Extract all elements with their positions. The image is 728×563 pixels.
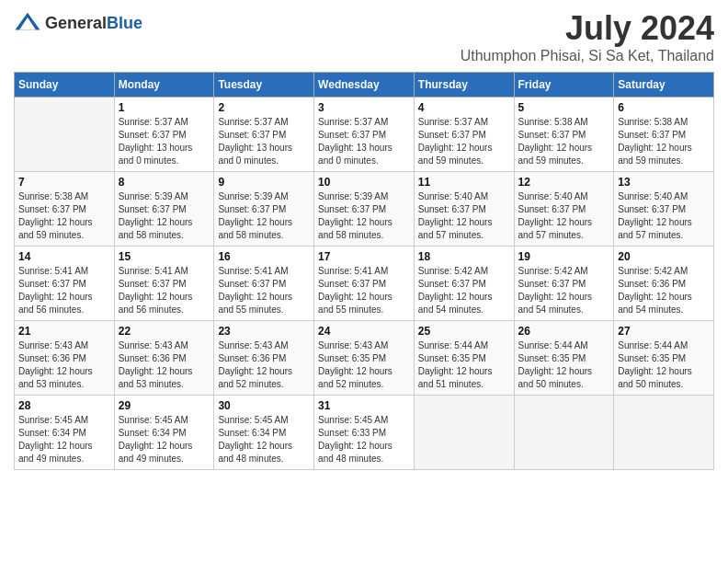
calendar-cell: 12 Sunrise: 5:40 AMSunset: 6:37 PMDaylig… [514, 172, 614, 247]
day-number: 4 [418, 101, 510, 114]
calendar-cell: 15 Sunrise: 5:41 AMSunset: 6:37 PMDaylig… [114, 247, 214, 321]
calendar-cell: 3 Sunrise: 5:37 AMSunset: 6:37 PMDayligh… [314, 98, 415, 172]
day-number: 20 [618, 250, 710, 263]
day-detail: Sunrise: 5:39 AMSunset: 6:37 PMDaylight:… [218, 190, 310, 242]
calendar-cell: 20 Sunrise: 5:42 AMSunset: 6:36 PMDaylig… [614, 247, 714, 321]
day-number: 22 [119, 325, 210, 338]
day-detail: Sunrise: 5:40 AMSunset: 6:37 PMDaylight:… [618, 190, 710, 242]
calendar-cell: 30 Sunrise: 5:45 AMSunset: 6:34 PMDaylig… [214, 396, 314, 470]
calendar-cell: 16 Sunrise: 5:41 AMSunset: 6:37 PMDaylig… [214, 247, 314, 321]
day-number: 26 [518, 325, 610, 338]
calendar-cell: 10 Sunrise: 5:39 AMSunset: 6:37 PMDaylig… [314, 172, 415, 247]
day-number: 8 [119, 176, 210, 189]
calendar-cell: 18 Sunrise: 5:42 AMSunset: 6:37 PMDaylig… [414, 247, 514, 321]
day-detail: Sunrise: 5:37 AMSunset: 6:37 PMDaylight:… [318, 116, 410, 167]
day-number: 21 [18, 325, 110, 338]
logo-icon [14, 9, 41, 37]
day-detail: Sunrise: 5:40 AMSunset: 6:37 PMDaylight:… [418, 190, 510, 242]
day-detail: Sunrise: 5:45 AMSunset: 6:34 PMDaylight:… [218, 414, 310, 465]
week-row-3: 14 Sunrise: 5:41 AMSunset: 6:37 PMDaylig… [15, 247, 714, 321]
day-number: 14 [18, 250, 110, 263]
day-number: 23 [218, 325, 310, 338]
day-detail: Sunrise: 5:45 AMSunset: 6:34 PMDaylight:… [18, 414, 110, 465]
day-detail: Sunrise: 5:41 AMSunset: 6:37 PMDaylight:… [218, 265, 310, 316]
day-detail: Sunrise: 5:43 AMSunset: 6:35 PMDaylight:… [318, 339, 410, 391]
header-monday: Monday [114, 73, 214, 98]
calendar-cell: 27 Sunrise: 5:44 AMSunset: 6:35 PMDaylig… [614, 321, 714, 396]
calendar-cell: 28 Sunrise: 5:45 AMSunset: 6:34 PMDaylig… [15, 396, 115, 470]
calendar-cell [514, 396, 614, 470]
day-number: 9 [218, 176, 310, 189]
calendar-cell: 29 Sunrise: 5:45 AMSunset: 6:34 PMDaylig… [114, 396, 214, 470]
title-block: July 2024 Uthumphon Phisai, Si Sa Ket, T… [461, 9, 714, 64]
day-detail: Sunrise: 5:37 AMSunset: 6:37 PMDaylight:… [119, 116, 210, 167]
calendar-cell: 13 Sunrise: 5:40 AMSunset: 6:37 PMDaylig… [614, 172, 714, 247]
calendar-cell [614, 396, 714, 470]
calendar-cell: 26 Sunrise: 5:44 AMSunset: 6:35 PMDaylig… [514, 321, 614, 396]
day-detail: Sunrise: 5:43 AMSunset: 6:36 PMDaylight:… [18, 339, 110, 391]
header-sunday: Sunday [15, 73, 115, 98]
day-detail: Sunrise: 5:37 AMSunset: 6:37 PMDaylight:… [218, 116, 310, 167]
day-detail: Sunrise: 5:39 AMSunset: 6:37 PMDaylight:… [318, 190, 410, 242]
week-row-2: 7 Sunrise: 5:38 AMSunset: 6:37 PMDayligh… [15, 172, 714, 247]
calendar-cell: 24 Sunrise: 5:43 AMSunset: 6:35 PMDaylig… [314, 321, 415, 396]
day-number: 16 [218, 250, 310, 263]
header-row: SundayMondayTuesdayWednesdayThursdayFrid… [15, 73, 714, 98]
day-detail: Sunrise: 5:45 AMSunset: 6:33 PMDaylight:… [318, 414, 410, 465]
day-number: 13 [618, 176, 710, 189]
calendar-cell: 22 Sunrise: 5:43 AMSunset: 6:36 PMDaylig… [114, 321, 214, 396]
day-detail: Sunrise: 5:43 AMSunset: 6:36 PMDaylight:… [218, 339, 310, 391]
header-saturday: Saturday [614, 73, 714, 98]
page-header: GeneralBlue July 2024 Uthumphon Phisai, … [14, 9, 714, 64]
subtitle: Uthumphon Phisai, Si Sa Ket, Thailand [461, 48, 714, 64]
day-detail: Sunrise: 5:44 AMSunset: 6:35 PMDaylight:… [518, 339, 610, 391]
week-row-4: 21 Sunrise: 5:43 AMSunset: 6:36 PMDaylig… [15, 321, 714, 396]
day-detail: Sunrise: 5:41 AMSunset: 6:37 PMDaylight:… [318, 265, 410, 316]
day-detail: Sunrise: 5:38 AMSunset: 6:37 PMDaylight:… [618, 116, 710, 167]
calendar-cell: 2 Sunrise: 5:37 AMSunset: 6:37 PMDayligh… [214, 98, 314, 172]
day-number: 24 [318, 325, 410, 338]
calendar-cell: 6 Sunrise: 5:38 AMSunset: 6:37 PMDayligh… [614, 98, 714, 172]
calendar-cell: 11 Sunrise: 5:40 AMSunset: 6:37 PMDaylig… [414, 172, 514, 247]
day-detail: Sunrise: 5:42 AMSunset: 6:36 PMDaylight:… [618, 265, 710, 316]
day-number: 25 [418, 325, 510, 338]
calendar-cell: 19 Sunrise: 5:42 AMSunset: 6:37 PMDaylig… [514, 247, 614, 321]
header-thursday: Thursday [414, 73, 514, 98]
calendar-cell: 4 Sunrise: 5:37 AMSunset: 6:37 PMDayligh… [414, 98, 514, 172]
day-detail: Sunrise: 5:44 AMSunset: 6:35 PMDaylight:… [418, 339, 510, 391]
calendar-cell: 1 Sunrise: 5:37 AMSunset: 6:37 PMDayligh… [114, 98, 214, 172]
day-number: 19 [518, 250, 610, 263]
week-row-1: 1 Sunrise: 5:37 AMSunset: 6:37 PMDayligh… [15, 98, 714, 172]
day-number: 31 [318, 399, 410, 412]
day-number: 10 [318, 176, 410, 189]
calendar-cell: 17 Sunrise: 5:41 AMSunset: 6:37 PMDaylig… [314, 247, 415, 321]
calendar-cell: 7 Sunrise: 5:38 AMSunset: 6:37 PMDayligh… [15, 172, 115, 247]
calendar-cell: 25 Sunrise: 5:44 AMSunset: 6:35 PMDaylig… [414, 321, 514, 396]
day-number: 18 [418, 250, 510, 263]
calendar-cell: 31 Sunrise: 5:45 AMSunset: 6:33 PMDaylig… [314, 396, 415, 470]
calendar-cell: 14 Sunrise: 5:41 AMSunset: 6:37 PMDaylig… [15, 247, 115, 321]
day-number: 15 [119, 250, 210, 263]
logo-blue: Blue [107, 14, 142, 32]
calendar-cell: 21 Sunrise: 5:43 AMSunset: 6:36 PMDaylig… [15, 321, 115, 396]
day-detail: Sunrise: 5:41 AMSunset: 6:37 PMDaylight:… [18, 265, 110, 316]
week-row-5: 28 Sunrise: 5:45 AMSunset: 6:34 PMDaylig… [15, 396, 714, 470]
day-detail: Sunrise: 5:42 AMSunset: 6:37 PMDaylight:… [518, 265, 610, 316]
logo-general: General [45, 14, 107, 32]
day-number: 11 [418, 176, 510, 189]
day-number: 6 [618, 101, 710, 114]
calendar-table: SundayMondayTuesdayWednesdayThursdayFrid… [14, 72, 714, 470]
day-number: 5 [518, 101, 610, 114]
calendar-cell: 23 Sunrise: 5:43 AMSunset: 6:36 PMDaylig… [214, 321, 314, 396]
day-detail: Sunrise: 5:43 AMSunset: 6:36 PMDaylight:… [119, 339, 210, 391]
day-detail: Sunrise: 5:44 AMSunset: 6:35 PMDaylight:… [618, 339, 710, 391]
day-number: 28 [18, 399, 110, 412]
day-detail: Sunrise: 5:40 AMSunset: 6:37 PMDaylight:… [518, 190, 610, 242]
day-number: 1 [119, 101, 210, 114]
header-tuesday: Tuesday [214, 73, 314, 98]
day-detail: Sunrise: 5:38 AMSunset: 6:37 PMDaylight:… [518, 116, 610, 167]
day-detail: Sunrise: 5:45 AMSunset: 6:34 PMDaylight:… [119, 414, 210, 465]
day-detail: Sunrise: 5:42 AMSunset: 6:37 PMDaylight:… [418, 265, 510, 316]
calendar-cell: 5 Sunrise: 5:38 AMSunset: 6:37 PMDayligh… [514, 98, 614, 172]
day-number: 27 [618, 325, 710, 338]
